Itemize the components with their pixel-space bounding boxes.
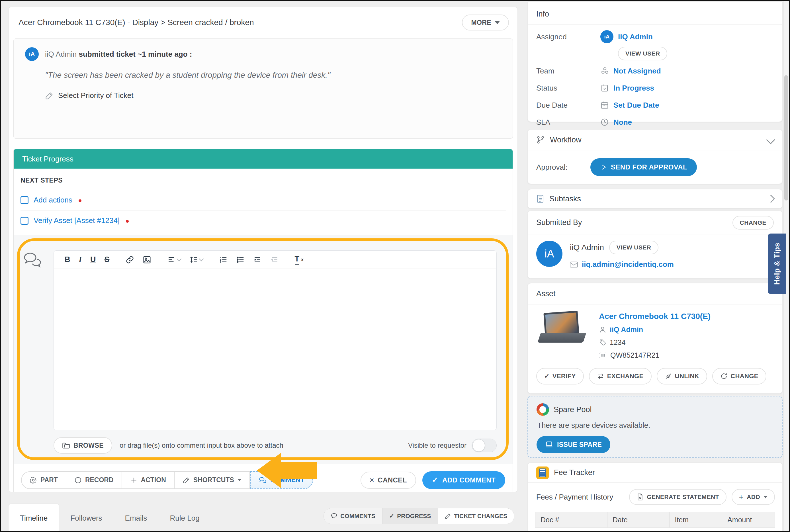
- plus-icon: [130, 476, 138, 484]
- clear-format-icon: T: [295, 254, 300, 265]
- issue-spare-button[interactable]: ISSUE SPARE: [537, 436, 610, 453]
- ticket-changes-filter-button[interactable]: TICKET CHANGES: [438, 508, 514, 524]
- clear-format-button[interactable]: Tx: [295, 254, 304, 265]
- unlink-asset-button[interactable]: UNLINK: [657, 368, 708, 384]
- asset-owner-link[interactable]: iiQ Admin: [610, 325, 643, 334]
- next-step-add-actions[interactable]: Add actions: [20, 192, 506, 208]
- next-step-label[interactable]: Verify Asset [Asset #1234]: [34, 216, 120, 225]
- shortcuts-button[interactable]: SHORTCUTS: [175, 471, 250, 489]
- tab-emails[interactable]: Emails: [114, 504, 159, 532]
- bullet-list-button[interactable]: [236, 255, 245, 264]
- chevron-right-icon[interactable]: [767, 195, 775, 203]
- due-date-value-link[interactable]: Set Due Date: [613, 101, 659, 110]
- verify-label: VERIFY: [553, 373, 576, 380]
- underline-button[interactable]: U: [90, 255, 96, 264]
- fee-tracker-title: Fee Tracker: [554, 468, 595, 477]
- filter-label: TICKET CHANGES: [454, 513, 507, 519]
- visible-to-requestor-toggle[interactable]: [471, 439, 497, 452]
- scrollbar-thumb[interactable]: [784, 75, 788, 201]
- asset-tag-row: 1234: [599, 338, 774, 347]
- info-label: Status: [536, 84, 600, 93]
- composer-bubble-column: [22, 250, 54, 430]
- divider: [20, 210, 506, 210]
- toggle-knob: [473, 439, 485, 452]
- divider: [528, 150, 782, 150]
- align-button[interactable]: [167, 255, 181, 264]
- team-value-link[interactable]: Not Assigned: [613, 66, 661, 75]
- part-button-label: PART: [40, 476, 58, 484]
- shortcuts-button-label: SHORTCUTS: [193, 476, 234, 484]
- sla-value-link[interactable]: None: [613, 118, 632, 127]
- ticket-progress-title: Ticket Progress: [22, 155, 74, 164]
- comment-text-area[interactable]: [54, 269, 496, 430]
- next-step-label[interactable]: Add actions: [34, 196, 72, 205]
- generate-statement-button[interactable]: GENERATE STATEMENT: [629, 489, 726, 505]
- insert-link-button[interactable]: [126, 255, 134, 264]
- record-button[interactable]: RECORD: [66, 471, 122, 489]
- tab-timeline[interactable]: Timeline: [8, 504, 59, 532]
- status-clipboard-icon: [600, 84, 613, 92]
- next-step-verify-asset[interactable]: Verify Asset [Asset #1234]: [20, 212, 506, 229]
- ticket-submission-card: iA iiQ Admin submitted ticket ~1 minute …: [13, 38, 513, 139]
- asset-name-link[interactable]: Acer Chromebook 11 C730(E): [599, 312, 774, 321]
- assigned-user-link[interactable]: iiQ Admin: [618, 33, 653, 41]
- avatar: iA: [600, 30, 613, 43]
- speech-bubbles-icon: [258, 476, 267, 484]
- visible-to-requestor-label: Visible to requestor: [408, 441, 466, 450]
- info-row-sla: SLA None: [528, 116, 782, 129]
- change-asset-button[interactable]: CHANGE: [712, 368, 766, 384]
- change-submitter-button[interactable]: CHANGE: [732, 216, 774, 230]
- part-button[interactable]: PART: [21, 471, 66, 489]
- fee-table-header: Doc # Date Item Amount: [535, 512, 775, 528]
- workflow-header[interactable]: Workflow: [528, 130, 782, 150]
- cancel-button[interactable]: × CANCEL: [361, 472, 416, 489]
- italic-icon: I: [79, 255, 82, 264]
- view-user-button[interactable]: VIEW USER: [609, 241, 658, 254]
- submitter-email-link[interactable]: iiq.admin@incidentiq.com: [582, 260, 674, 269]
- strikethrough-button[interactable]: S: [104, 255, 110, 264]
- checkbox-icon[interactable]: [20, 196, 28, 204]
- line-height-button[interactable]: [189, 255, 203, 264]
- info-row-assigned: Assigned iA iiQ Admin VIEW USER: [528, 30, 782, 60]
- checkbox-icon[interactable]: [20, 217, 28, 225]
- verify-asset-button[interactable]: ✓ VERIFY: [536, 368, 584, 384]
- exchange-asset-button[interactable]: EXCHANGE: [589, 368, 652, 384]
- action-button[interactable]: ACTION: [122, 471, 175, 489]
- spare-pool-message: There are spare devices available.: [537, 421, 773, 430]
- chevron-down-icon[interactable]: [766, 135, 775, 144]
- select-priority-row[interactable]: Select Priority of Ticket: [45, 91, 501, 100]
- asset-serial-value: QW852147R21: [610, 351, 659, 359]
- subtasks-card[interactable]: Subtasks: [527, 189, 783, 208]
- asset-body: Acer Chromebook 11 C730(E) iiQ Admin 123…: [528, 304, 782, 359]
- more-button[interactable]: MORE: [462, 15, 509, 31]
- tab-rule-log[interactable]: Rule Log: [159, 504, 211, 532]
- bold-button[interactable]: B: [65, 255, 70, 264]
- insert-image-button[interactable]: [143, 255, 151, 264]
- help-tips-tab[interactable]: Help & Tips: [768, 233, 786, 294]
- ordered-list-button[interactable]: [219, 255, 228, 264]
- submitter-name: iiQ Admin: [45, 50, 77, 58]
- speech-bubble-icon: [331, 513, 338, 519]
- indent-button[interactable]: [253, 255, 262, 264]
- circle-icon: [74, 476, 82, 484]
- progress-filter-button[interactable]: ✓ PROGRESS: [382, 508, 438, 524]
- send-for-approval-button[interactable]: SEND FOR APPROVAL: [590, 158, 697, 176]
- view-user-button[interactable]: VIEW USER: [618, 47, 667, 60]
- strikethrough-icon: S: [104, 255, 110, 264]
- info-label: Due Date: [536, 101, 600, 110]
- drag-hint-text: or drag file(s) onto comment input box a…: [120, 441, 283, 450]
- tab-followers[interactable]: Followers: [59, 504, 113, 532]
- browse-button[interactable]: BROWSE: [54, 437, 112, 454]
- clear-format-sub: x: [301, 257, 304, 262]
- add-comment-button[interactable]: ✓ ADD COMMENT: [422, 471, 505, 489]
- status-value-link[interactable]: In Progress: [613, 84, 654, 93]
- italic-button[interactable]: I: [79, 255, 82, 264]
- visible-to-requestor-control: Visible to requestor: [408, 439, 497, 452]
- add-fee-button[interactable]: + ADD: [732, 489, 775, 505]
- folder-icon: [62, 442, 70, 449]
- chevron-down-icon: [199, 256, 204, 261]
- comments-filter-button[interactable]: COMMENTS: [324, 508, 382, 524]
- outdent-button[interactable]: [270, 255, 279, 264]
- tab-label: Emails: [125, 514, 147, 522]
- fee-tracker-icon: [536, 467, 549, 479]
